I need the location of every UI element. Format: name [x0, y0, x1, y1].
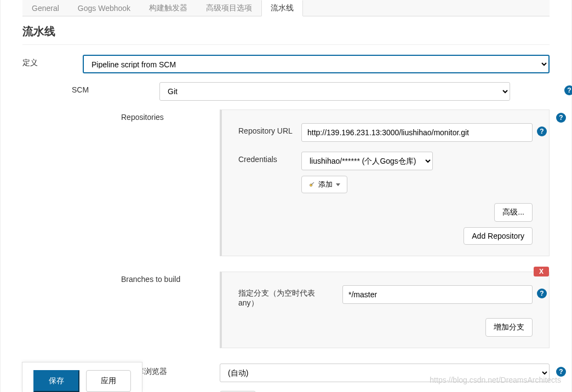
- repository-panel: Repository URL ? Credentials liushihao/*…: [220, 109, 550, 256]
- branches-label: Branches to build: [121, 272, 203, 348]
- credentials-label: Credentials: [238, 152, 293, 193]
- help-icon[interactable]: ?: [564, 85, 572, 95]
- branch-panel: X 指定分支（为空时代表any） ? 增加分支: [220, 272, 550, 348]
- add-credentials-label: 添加: [318, 180, 333, 189]
- repo-url-input[interactable]: [301, 123, 533, 142]
- definition-label: 定义: [22, 55, 72, 73]
- add-branch-button[interactable]: 增加分支: [485, 318, 533, 337]
- branch-specifier-label: 指定分支（为空时代表any）: [238, 285, 334, 308]
- advanced-button[interactable]: 高级...: [494, 203, 533, 222]
- credentials-select[interactable]: liushihao/****** (个人Gogs仓库): [301, 152, 433, 170]
- scm-select[interactable]: Git: [159, 82, 510, 101]
- action-bar: 保存 应用: [22, 362, 142, 392]
- repositories-label: Repositories: [121, 109, 203, 256]
- add-repository-button[interactable]: Add Repository: [464, 227, 533, 245]
- tab-advanced-options[interactable]: 高级项目选项: [197, 0, 261, 16]
- help-icon[interactable]: ?: [537, 289, 547, 298]
- help-icon[interactable]: ?: [537, 126, 547, 136]
- definition-select[interactable]: Pipeline script from SCM: [83, 55, 550, 73]
- branch-specifier-input[interactable]: [342, 285, 533, 304]
- help-icon[interactable]: ?: [556, 367, 566, 377]
- tab-general[interactable]: General: [22, 0, 68, 16]
- repo-url-label: Repository URL: [238, 123, 293, 142]
- tab-gogs-webhook[interactable]: Gogs Webhook: [68, 0, 140, 16]
- repo-browser-select[interactable]: (自动): [220, 364, 550, 382]
- add-credentials-button[interactable]: 添加: [301, 176, 347, 193]
- apply-button[interactable]: 应用: [86, 370, 131, 392]
- key-icon: [308, 181, 316, 188]
- help-icon[interactable]: ?: [556, 113, 566, 123]
- remove-branch-button[interactable]: X: [534, 267, 549, 276]
- tab-pipeline[interactable]: 流水线: [261, 0, 303, 16]
- tab-build-triggers[interactable]: 构建触发器: [140, 0, 197, 16]
- caret-down-icon: [336, 183, 340, 186]
- section-title: 流水线: [22, 16, 550, 45]
- config-tabs: General Gogs Webhook 构建触发器 高级项目选项 流水线: [22, 0, 550, 16]
- scm-label: SCM: [72, 82, 148, 101]
- save-button[interactable]: 保存: [33, 370, 79, 392]
